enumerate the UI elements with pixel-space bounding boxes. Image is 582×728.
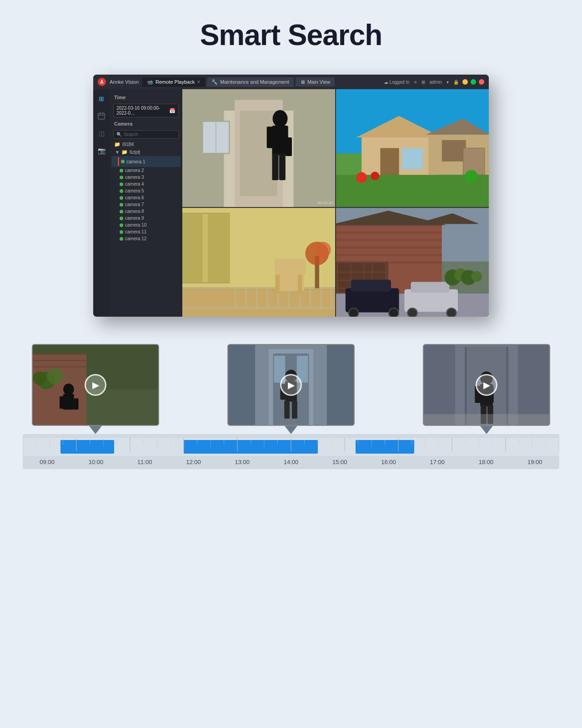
- svg-rect-110: [284, 401, 290, 419]
- tab-main-view-icon: 🖥: [300, 79, 305, 85]
- device-group-6zlpfj[interactable]: ▼ 📁 6zlpfj: [111, 148, 181, 156]
- camera-panel: Time 2022-03-16 09:00:00-2022-0... 📅 Cam…: [110, 89, 182, 317]
- cell-1-timestamp: 00:00:00: [317, 201, 333, 205]
- camera-3-label: camera 3: [125, 175, 144, 180]
- camera-search-box[interactable]: 🔍 Search: [113, 130, 179, 139]
- maximize-button[interactable]: [471, 79, 476, 85]
- sidebar-icon-grid[interactable]: ⊞: [96, 94, 106, 104]
- time-label-15: 15:00: [316, 459, 364, 465]
- svg-point-84: [447, 308, 456, 317]
- tab-main-view[interactable]: 🖥 Main View: [296, 77, 335, 86]
- camera-item-4[interactable]: camera 4: [111, 181, 181, 187]
- time-label-14: 14:00: [266, 459, 315, 465]
- clip-2-arrow: [285, 426, 297, 434]
- camera-item-11[interactable]: camera 11: [111, 228, 181, 235]
- clip-thumb-1[interactable]: ▶: [32, 344, 159, 426]
- camera-6-label: camera 6: [125, 195, 144, 200]
- close-button[interactable]: [479, 79, 484, 85]
- video-cell-1[interactable]: 00:00:00: [182, 89, 335, 207]
- camera-item-3[interactable]: camera 3: [111, 174, 181, 181]
- tab-remote-playback[interactable]: 📹 Remote Playback ✕: [142, 77, 205, 87]
- video-cell-4[interactable]: [336, 208, 489, 317]
- svg-rect-98: [74, 399, 79, 410]
- svg-rect-41: [246, 287, 247, 308]
- svg-rect-91: [33, 354, 86, 425]
- window-controls: [462, 79, 484, 85]
- clips-row: ▶: [23, 344, 559, 434]
- svg-point-30: [465, 170, 477, 183]
- clip-2-play-button[interactable]: ▶: [280, 374, 302, 396]
- user-label: admin: [430, 80, 442, 85]
- camera-12-label: camera 12: [125, 236, 146, 241]
- time-label-17: 17:00: [413, 459, 462, 465]
- svg-point-101: [33, 371, 46, 385]
- camera-online-dot: [121, 160, 125, 163]
- video-cell-2[interactable]: [336, 89, 489, 207]
- svg-point-79: [349, 308, 358, 317]
- svg-point-83: [407, 308, 417, 317]
- clip-1-play-button[interactable]: ▶: [85, 374, 106, 396]
- bottom-section: ▶: [23, 344, 559, 469]
- tab-maintenance[interactable]: 🔧 Maintenance and Management: [207, 77, 294, 87]
- sidebar-icon-camera[interactable]: 📷: [96, 146, 106, 156]
- camera-item-12[interactable]: camera 12: [111, 235, 181, 242]
- clip-3-arrow: [480, 426, 493, 434]
- svg-rect-123: [465, 347, 467, 425]
- svg-rect-63: [336, 247, 442, 249]
- clip-item-2: ▶: [227, 344, 355, 434]
- camera-item-1[interactable]: camera 1: [111, 156, 181, 167]
- calendar-icon[interactable]: 📅: [169, 108, 176, 114]
- time-label-10: 10:00: [71, 459, 120, 465]
- svg-rect-34: [182, 213, 202, 283]
- camera-section-title: Camera: [110, 119, 182, 128]
- tab-close-icon[interactable]: ✕: [197, 80, 201, 84]
- camera-item-7[interactable]: camera 7: [111, 201, 181, 208]
- tab-maintenance-icon: 🔧: [211, 79, 218, 85]
- device-i91bk[interactable]: 📁 i91BK: [111, 141, 181, 148]
- camera-online-dot: [120, 223, 123, 227]
- svg-rect-13: [267, 126, 275, 148]
- video-area: 00:00:00: [182, 89, 489, 317]
- svg-rect-22: [401, 148, 423, 169]
- search-icon: 🔍: [116, 132, 122, 137]
- device-folder-icon: 📁: [114, 142, 120, 147]
- camera-online-dot: [120, 189, 123, 193]
- camera-item-6[interactable]: camera 6: [111, 194, 181, 201]
- sidebar-icon-monitor[interactable]: ◫: [96, 128, 106, 138]
- svg-point-29: [371, 172, 379, 180]
- sidebar-icons: ⊞ ◫ 📷: [93, 89, 110, 317]
- camera-item-5[interactable]: camera 5: [111, 187, 181, 194]
- minimize-button[interactable]: [462, 79, 468, 85]
- camera-online-dot: [120, 230, 123, 234]
- date-input[interactable]: 2022-03-16 09:00:00-2022-0... 📅: [113, 104, 179, 117]
- svg-rect-125: [424, 414, 549, 425]
- camera-item-10[interactable]: camera 10: [111, 222, 181, 228]
- svg-rect-14: [286, 137, 292, 156]
- camera-item-8[interactable]: camera 8: [111, 208, 181, 215]
- svg-rect-38: [182, 287, 335, 289]
- clip-thumb-2[interactable]: ▶: [227, 344, 355, 426]
- video-cell-3[interactable]: [182, 208, 335, 317]
- svg-rect-39: [182, 307, 335, 309]
- svg-rect-111: [292, 401, 297, 419]
- clip-3-play-button[interactable]: ▶: [476, 374, 497, 396]
- svg-rect-25: [442, 140, 466, 162]
- svg-rect-94: [33, 366, 86, 368]
- camera-item-2[interactable]: camera 2: [111, 167, 181, 174]
- sidebar-icon-calendar[interactable]: [96, 111, 106, 121]
- timeline-track[interactable]: [23, 438, 559, 456]
- app-window: A Annke Vision 📹 Remote Playback ✕ 🔧 Mai…: [93, 75, 489, 317]
- svg-rect-15: [272, 153, 278, 180]
- time-label-13: 13:00: [218, 459, 266, 465]
- camera-10-label: camera 10: [125, 222, 146, 228]
- grid-icon[interactable]: ⊞: [421, 80, 425, 85]
- svg-rect-93: [33, 360, 86, 361]
- clip-thumb-3[interactable]: ▶: [423, 344, 550, 426]
- timeline-labels: 09:00 10:00 11:00 12:00 13:00 14:00 15:0…: [23, 456, 559, 469]
- menu-icon[interactable]: ≡: [414, 80, 417, 85]
- svg-rect-97: [60, 396, 65, 409]
- camera-item-9[interactable]: camera 9: [111, 215, 181, 222]
- user-dropdown-icon[interactable]: ▾: [447, 80, 449, 85]
- camera-8-label: camera 8: [125, 209, 144, 214]
- lock-icon[interactable]: 🔒: [453, 80, 459, 85]
